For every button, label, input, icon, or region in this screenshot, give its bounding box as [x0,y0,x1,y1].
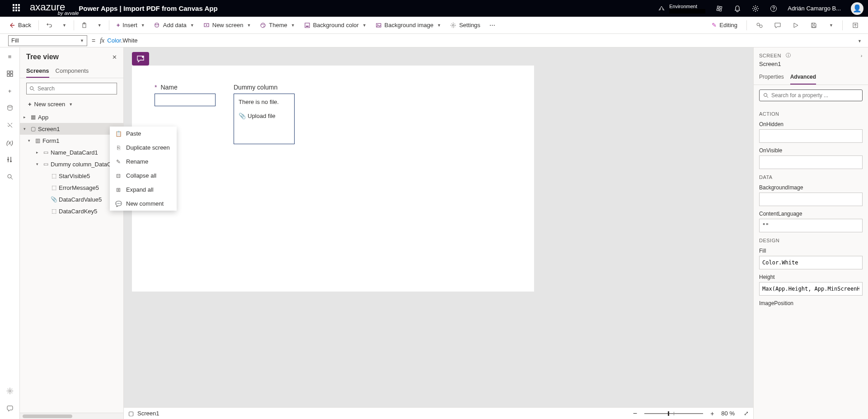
property-search[interactable] [759,89,863,101]
upload-label: Upload file [248,113,275,119]
hamburger-icon[interactable]: ≡ [5,52,14,61]
ctx-new-comment[interactable]: 💬 New comment [110,197,177,211]
notifications-icon[interactable] [733,5,741,13]
add-data-button[interactable]: Add data ▼ [150,20,198,30]
user-name[interactable]: Adrián Camargo B... [788,5,841,12]
prop-onhidden-input[interactable] [759,129,863,143]
help-icon[interactable] [769,5,778,13]
more-button[interactable]: ⋯ [486,20,499,30]
tab-screens[interactable]: Screens [26,65,49,78]
undo-button[interactable] [42,20,56,30]
close-tree-button[interactable]: ✕ [112,54,117,61]
ctx-expand[interactable]: ⊞ Expand all [110,183,177,197]
paste-dropdown[interactable]: ▼ [93,21,105,29]
selected-element-name: Screen1 [759,61,863,67]
tree-search-input[interactable] [38,85,114,92]
tree-node-dummy-datacard[interactable]: ▾ ▭ Dummy column_DataCard4 [20,158,123,170]
ctx-paste[interactable]: 📋 Paste [110,127,177,141]
zoom-slider[interactable] [644,413,703,414]
svg-point-6 [261,23,265,28]
publish-icon[interactable] [848,20,863,31]
prop-fill-input[interactable] [759,256,863,269]
ask-rail-icon[interactable] [5,404,14,413]
ctx-collapse-label: Collapse all [126,172,156,179]
ctx-rename[interactable]: ✎ Rename [110,155,177,169]
zoom-in-button[interactable]: + [710,410,714,417]
dummy-field: Dummy column There is no file. 📎 Upload … [234,84,295,144]
data-rail-icon[interactable] [5,104,14,113]
comments-icon[interactable] [770,20,785,31]
tab-advanced[interactable]: Advanced [790,72,816,85]
formula-input[interactable]: Color.White [107,37,850,44]
attachment-box[interactable]: There is no file. 📎 Upload file [234,94,295,144]
property-search-input[interactable] [771,92,859,99]
back-button[interactable]: Back [5,20,35,30]
variables-rail-icon[interactable]: (x) [5,138,14,147]
prop-onvisible-input[interactable] [759,155,863,169]
ctx-duplicate[interactable]: ⎘ Duplicate screen [110,141,177,155]
editing-button[interactable]: ✎ Editing [708,20,741,30]
preview-icon[interactable] [788,20,803,31]
formula-expand-button[interactable]: ▼ [850,37,868,44]
info-icon[interactable]: ⓘ [786,52,791,59]
svg-rect-10 [305,23,310,28]
bg-image-button[interactable]: Background image ▼ [372,20,445,30]
tree-node-datacardkey[interactable]: ⬚ DataCardKey5 [20,205,123,217]
insert-button[interactable]: + Insert ▼ [113,20,149,30]
tab-components[interactable]: Components [56,65,89,78]
tree-panel: Tree view ✕ Screens Components + New scr… [20,47,124,419]
expand-icon: ⊞ [115,187,122,193]
comment-bubble-button[interactable] [132,52,149,66]
app-launcher-icon[interactable] [13,4,22,13]
svg-point-8 [263,24,264,25]
name-input[interactable] [155,94,216,106]
insert-rail-icon[interactable]: + [5,86,14,95]
bg-color-button[interactable]: Background color ▼ [300,20,370,30]
tree-node-errormessage[interactable]: ⬚ ErrorMessage5 [20,182,123,193]
fit-screen-button[interactable]: ⤢ [744,410,749,417]
theme-button[interactable]: Theme ▼ [256,20,298,30]
tree-node-datacardvalue[interactable]: 📎 DataCardValue5 [20,193,123,205]
search-rail-icon[interactable] [5,172,14,181]
prop-contentlang-input[interactable] [759,219,863,232]
settings-button[interactable]: Settings [446,20,484,30]
save-icon[interactable] [807,20,821,31]
ctx-rename-label: Rename [126,158,148,165]
property-selector[interactable]: Fill ▼ [8,35,87,46]
tree-scrollbar[interactable] [20,413,123,419]
tree-node-starvisible[interactable]: ⬚ StarVisible5 [20,170,123,182]
virtual-agent-icon[interactable] [752,20,767,31]
tree-search[interactable] [26,83,117,94]
avatar[interactable]: 👤 [851,2,863,15]
tree-node-app[interactable]: ▸ ▦ App [20,111,123,123]
tab-properties[interactable]: Properties [759,72,784,85]
context-menu: 📋 Paste ⎘ Duplicate screen ✎ Rename ⊟ Co… [110,127,177,211]
zoom-out-button[interactable]: − [633,410,637,418]
save-dropdown[interactable]: ▼ [825,21,837,29]
paste-button[interactable] [78,20,91,30]
prop-bgimage-input[interactable] [759,193,863,206]
ctx-collapse[interactable]: ⊟ Collapse all [110,169,177,183]
label-icon: ⬚ [51,208,57,214]
bg-color-label: Background color [313,22,359,28]
tree-view-icon[interactable] [5,69,14,78]
new-screen-button[interactable]: New screen ▼ [200,20,255,30]
canvas-screen[interactable]: * Name Dummy column There is no file. 📎 … [132,66,534,292]
upload-file-button[interactable]: 📎 Upload file [239,113,290,119]
svg-point-27 [30,87,33,90]
tree-node-form1[interactable]: ▾ ▥ Form1 [20,135,123,146]
tree-new-screen-button[interactable]: + New screen ▼ [20,99,123,111]
tree-node-screen1[interactable]: ▾ ▢ Screen1 ⋯ [20,123,123,135]
media-rail-icon[interactable] [5,121,14,130]
expand-panel-button[interactable]: › [861,53,863,58]
comment-icon: 💬 [115,201,122,207]
tools-rail-icon[interactable] [5,155,14,164]
tree-node-name-datacard[interactable]: ▸ ▭ Name_DataCard1 [20,146,123,158]
environment-selector[interactable]: Environment [657,4,705,14]
undo-dropdown[interactable]: ▼ [58,21,70,29]
copilot-icon[interactable] [715,5,723,13]
prop-height-input[interactable] [759,282,863,296]
settings-rail-icon[interactable] [5,386,14,395]
settings-gear-icon[interactable] [751,5,760,13]
prop-imageposition-label: ImagePosition [759,300,863,306]
